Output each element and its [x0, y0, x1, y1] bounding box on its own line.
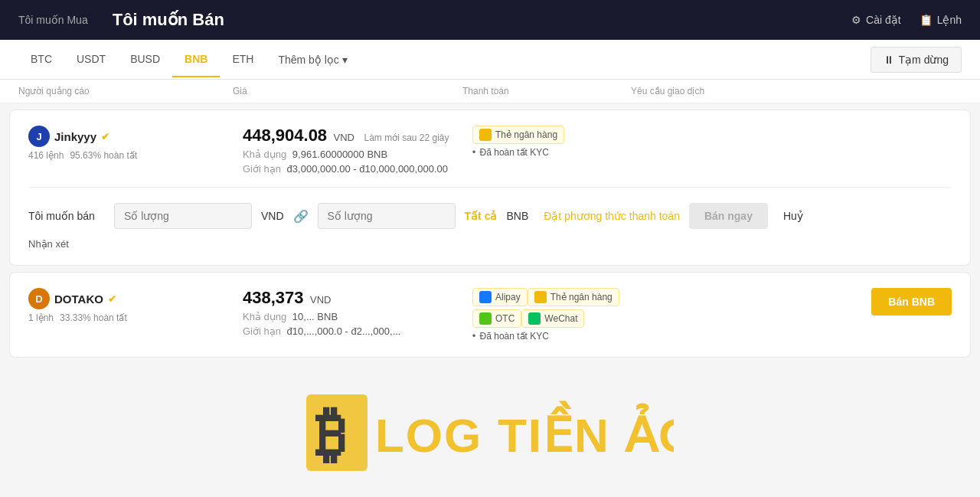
verified-icon: ✔: [108, 293, 116, 305]
set-payment-button[interactable]: Đặt phương thức thanh toán: [544, 210, 680, 222]
advertiser-name: D DOTAKO ✔: [28, 288, 243, 309]
bank-icon: [534, 291, 547, 303]
ad-card-ad1: J Jinkyyy ✔ 416 lệnh 95.63% hoàn tất 448…: [9, 110, 971, 266]
advertiser-stats: 416 lệnh 95.63% hoàn tất: [28, 150, 243, 161]
payment-col: Thẻ ngân hàng • Đã hoàn tất KYC: [472, 126, 641, 158]
pause-button[interactable]: ⏸ Tạm dừng: [871, 47, 962, 73]
payment-label: Alipay: [495, 292, 521, 302]
settings-nav-item[interactable]: ⚙ Cài đặt: [851, 14, 901, 26]
available-row: Khả dụng 10,... BNB: [243, 311, 472, 322]
form-bnb-currency: BNB: [506, 210, 528, 222]
header-payment: Thanh toán: [462, 86, 631, 96]
filter-bar: BTC USDT BUSD BNB ETH Thêm bộ lọc ▾ ⏸ Tạ…: [0, 40, 980, 80]
header-advertiser: Người quảng cáo: [18, 86, 233, 96]
tab-eth[interactable]: ETH: [220, 42, 266, 77]
payment-label: WeChat: [544, 313, 577, 324]
payment-badge: WeChat: [521, 309, 584, 328]
price-row: 448,904.08 VND Làm mới sau 22 giây: [243, 126, 472, 146]
sell-form-row: Tôi muốn bán VND 🔗 Tất cả BNB Đặt phương…: [28, 203, 952, 229]
sell-amount-bnb-input[interactable]: [318, 203, 456, 229]
kyc-label: Đã hoàn tất KYC: [480, 331, 549, 342]
limit-label: Giới hạn: [243, 163, 281, 175]
payment-label: OTC: [495, 313, 514, 324]
available-label: Khả dụng: [243, 311, 286, 322]
otc-icon: [479, 312, 492, 325]
payment-badge: Thẻ ngân hàng: [528, 288, 619, 306]
advertiser-col: D DOTAKO ✔ 1 lệnh 33.33% hoàn tất: [28, 288, 243, 323]
price-value: 448,904.08: [243, 126, 327, 145]
nav-sell: Tôi muốn Bán: [113, 10, 224, 30]
tab-usdt[interactable]: USDT: [64, 42, 118, 77]
completion-rate: 95.63% hoàn tất: [70, 150, 137, 161]
available-label: Khả dụng: [243, 149, 286, 160]
cancel-button[interactable]: Huỷ: [783, 210, 803, 222]
kyc-dot: •: [472, 147, 475, 158]
order-count: 1 lệnh: [28, 312, 54, 323]
header-price: Giá: [233, 86, 462, 96]
advertiser-username[interactable]: DOTAKO: [54, 293, 103, 306]
sell-amount-vnd-input[interactable]: [114, 203, 252, 229]
ad-list: J Jinkyyy ✔ 416 lệnh 95.63% hoàn tất 448…: [0, 110, 980, 358]
limit-row: Giới hạn đ10,...,000.0 - đ2...,000,...: [243, 325, 472, 337]
sell-button-ad2[interactable]: Bán BNB: [871, 288, 952, 316]
limit-label: Giới hạn: [243, 325, 281, 337]
filter-more-button[interactable]: Thêm bộ lọc ▾: [266, 43, 359, 77]
payment-badge: Alipay: [472, 288, 528, 306]
completion-rate: 33.33% hoàn tất: [60, 312, 127, 323]
price-currency: VND: [310, 294, 331, 306]
avatar: J: [28, 126, 50, 147]
link-icon: 🔗: [293, 209, 309, 224]
comment-label: Nhận xét: [28, 238, 952, 250]
pause-icon: ⏸: [884, 54, 894, 66]
orders-icon: 📋: [920, 14, 933, 26]
order-count: 416 lệnh: [28, 150, 64, 161]
tab-busd[interactable]: BUSD: [118, 42, 172, 77]
chevron-down-icon: ▾: [342, 54, 348, 66]
advertiser-username[interactable]: Jinkyyy: [54, 130, 96, 143]
action-col: Bán BNB: [814, 288, 952, 316]
kyc-label: Đã hoàn tất KYC: [480, 147, 549, 158]
wechat-icon: [528, 312, 541, 325]
verified-icon: ✔: [101, 131, 109, 142]
orders-nav-item[interactable]: 📋 Lệnh: [920, 14, 962, 26]
price-col: 448,904.08 VND Làm mới sau 22 giây Khả d…: [243, 126, 472, 175]
tab-btc[interactable]: BTC: [18, 42, 64, 77]
alipay-icon: [479, 291, 492, 303]
ad-card-ad2: D DOTAKO ✔ 1 lệnh 33.33% hoàn tất 438,37…: [9, 272, 971, 358]
limit-row: Giới hạn đ3,000,000.00 - đ10,000,000,000…: [243, 163, 472, 175]
nav-right: ⚙ Cài đặt 📋 Lệnh: [851, 14, 962, 26]
ad-row: J Jinkyyy ✔ 416 lệnh 95.63% hoàn tất 448…: [28, 126, 952, 175]
refresh-text: Làm mới sau 22 giây: [364, 132, 449, 143]
tab-bnb[interactable]: BNB: [172, 42, 220, 77]
filter-more-label: Thêm bộ lọc: [278, 54, 338, 66]
price-value: 438,373: [243, 288, 304, 307]
ad-row: D DOTAKO ✔ 1 lệnh 33.33% hoàn tất 438,37…: [28, 288, 952, 342]
payment-badge: Thẻ ngân hàng: [472, 126, 564, 144]
top-nav: Tôi muốn Mua Tôi muốn Bán ⚙ Cài đặt 📋 Lệ…: [0, 0, 980, 40]
form-vnd-currency: VND: [261, 210, 284, 222]
limit-value: đ10,...,000.0 - đ2...,000,...: [287, 325, 401, 337]
gear-icon: ⚙: [851, 14, 861, 26]
payment-col: Alipay Thẻ ngân hàng OTC WeChat • Đã hoà…: [472, 288, 641, 342]
payment-badge: OTC: [472, 309, 521, 328]
available-value: 10,... BNB: [292, 311, 338, 322]
form-label: Tôi muốn bán: [28, 210, 105, 222]
available-value: 9,961.60000000 BNB: [292, 149, 387, 160]
nav-buy[interactable]: Tôi muốn Mua: [18, 14, 88, 26]
payment-label: Thẻ ngân hàng: [495, 129, 557, 140]
advertiser-col: J Jinkyyy ✔ 416 lệnh 95.63% hoàn tất: [28, 126, 243, 161]
available-row: Khả dụng 9,961.60000000 BNB: [243, 149, 472, 160]
advertiser-name: J Jinkyyy ✔: [28, 126, 243, 147]
form-all-button[interactable]: Tất cả: [465, 210, 498, 222]
sell-now-button[interactable]: Bán ngay: [689, 203, 768, 229]
avatar: D: [28, 288, 50, 309]
price-col: 438,373 VND Khả dụng 10,... BNB Giới hạn…: [243, 288, 472, 337]
limit-value: đ3,000,000.00 - đ10,000,000,000.00: [287, 163, 448, 175]
advertiser-stats: 1 lệnh 33.33% hoàn tất: [28, 312, 243, 323]
expanded-form: Tôi muốn bán VND 🔗 Tất cả BNB Đặt phương…: [28, 187, 952, 265]
kyc-badge: • Đã hoàn tất KYC: [472, 331, 641, 342]
kyc-dot: •: [472, 331, 475, 342]
kyc-badge: • Đã hoàn tất KYC: [472, 147, 641, 158]
bank-icon: [479, 129, 492, 141]
header-limit: Yêu cầu giao dịch: [631, 86, 962, 96]
